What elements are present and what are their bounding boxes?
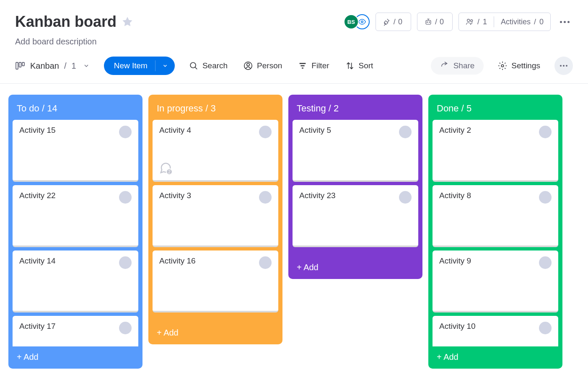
card[interactable]: Activity 17 — [13, 316, 138, 346]
card-title: Activity 15 — [19, 126, 56, 135]
avatar[interactable] — [539, 256, 552, 269]
card-title: Activity 8 — [439, 191, 471, 200]
svg-rect-8 — [22, 62, 24, 66]
column-body[interactable]: Activity 5Activity 23 — [293, 120, 418, 257]
toolbar-more-icon[interactable] — [554, 57, 573, 75]
column-inprogress: In progress / 3 Activity 42Activity 3Act… — [148, 95, 282, 344]
avatar[interactable] — [119, 126, 132, 138]
column-header[interactable]: To do / 14 — [13, 99, 138, 120]
card-title: Activity 14 — [19, 256, 56, 266]
avatar[interactable] — [539, 322, 552, 334]
card-top: Activity 5 — [299, 126, 412, 138]
search-icon — [189, 61, 198, 70]
column-body[interactable]: Activity 2Activity 8Activity 9Activity 1… — [433, 120, 558, 346]
slash: / — [394, 18, 396, 26]
card[interactable]: Activity 23 — [293, 185, 418, 247]
board-area: To do / 14 Activity 15Activity 22Activit… — [0, 84, 588, 377]
svg-point-2 — [427, 22, 428, 23]
card[interactable]: Activity 16 — [153, 251, 278, 313]
card-top: Activity 8 — [439, 191, 552, 204]
activities-label: Activities — [501, 18, 531, 26]
activities-count: 0 — [539, 18, 544, 26]
card[interactable]: Activity 3 — [153, 185, 278, 247]
people-icon — [466, 18, 474, 26]
people-section[interactable]: / 1 — [459, 13, 494, 31]
column-body[interactable]: Activity 42Activity 3Activity 16 — [153, 120, 278, 322]
card[interactable]: Activity 42 — [153, 120, 278, 182]
comment-icon[interactable]: 2 — [159, 162, 172, 174]
column-header[interactable]: Done / 5 — [433, 99, 558, 120]
avatar[interactable] — [259, 126, 272, 138]
avatar[interactable] — [119, 322, 132, 334]
card[interactable]: Activity 5 — [293, 120, 418, 182]
card[interactable]: Activity 15 — [13, 120, 138, 182]
slash: / — [64, 61, 67, 71]
card-title: Activity 3 — [159, 191, 191, 200]
card[interactable]: Activity 22 — [13, 185, 138, 247]
avatar[interactable] — [119, 256, 132, 269]
card-bottom: 2 — [159, 162, 272, 174]
card-top: Activity 3 — [159, 191, 272, 204]
avatar[interactable] — [119, 191, 132, 204]
automations-pill[interactable]: / 0 — [417, 13, 453, 31]
board-description[interactable]: Add board description — [15, 37, 573, 46]
card-top: Activity 9 — [439, 256, 552, 269]
sort-button[interactable]: Sort — [344, 58, 375, 74]
settings-label: Settings — [511, 61, 540, 70]
person-icon — [243, 61, 253, 70]
card[interactable]: Activity 14 — [13, 251, 138, 313]
avatar-group[interactable]: BS — [344, 14, 370, 29]
gear-icon — [498, 61, 507, 70]
card-title: Activity 17 — [19, 322, 56, 331]
avatar[interactable] — [539, 191, 552, 204]
new-item-label: New Item — [104, 61, 155, 70]
kanban-view-icon — [15, 61, 25, 71]
card[interactable]: Activity 2 — [433, 120, 558, 182]
new-item-dropdown[interactable] — [155, 63, 175, 69]
integrations-pill[interactable]: / 0 — [376, 13, 411, 31]
share-label: Share — [453, 61, 475, 70]
add-button[interactable]: + Add — [13, 346, 138, 364]
add-button[interactable]: + Add — [433, 346, 558, 364]
header: Kanban board BS / 0 / 0 — [0, 0, 588, 46]
person-button[interactable]: Person — [242, 58, 284, 74]
view-count: 1 — [72, 61, 76, 71]
search-button[interactable]: Search — [187, 58, 229, 74]
person-label: Person — [257, 61, 282, 70]
avatar[interactable] — [539, 126, 552, 138]
svg-point-12 — [502, 65, 504, 67]
new-item-button[interactable]: New Item — [104, 57, 175, 75]
column-header[interactable]: Testing / 2 — [293, 99, 418, 120]
plug-icon — [383, 18, 391, 26]
column-done: Done / 5 Activity 2Activity 8Activity 9A… — [428, 95, 562, 369]
slash: / — [534, 18, 536, 26]
svg-point-0 — [361, 21, 363, 23]
card-top: Activity 4 — [159, 126, 272, 138]
svg-rect-7 — [19, 62, 21, 67]
card[interactable]: Activity 9 — [433, 251, 558, 313]
activities-section[interactable]: Activities / 0 — [494, 13, 550, 31]
avatar[interactable] — [259, 191, 272, 204]
card-top: Activity 15 — [19, 126, 132, 138]
avatar[interactable] — [259, 256, 272, 269]
avatar[interactable]: BS — [344, 14, 359, 29]
people-activities-pill[interactable]: / 1 Activities / 0 — [458, 13, 551, 31]
avatar[interactable] — [399, 126, 412, 138]
card[interactable]: Activity 8 — [433, 185, 558, 247]
add-button[interactable]: + Add — [293, 257, 418, 275]
board-title[interactable]: Kanban board — [15, 13, 117, 31]
automations-count: 0 — [440, 18, 444, 26]
column-header[interactable]: In progress / 3 — [153, 99, 278, 120]
column-body[interactable]: Activity 15Activity 22Activity 14Activit… — [13, 120, 138, 346]
share-icon — [440, 61, 449, 70]
add-button[interactable]: + Add — [153, 322, 278, 340]
settings-button[interactable]: Settings — [496, 58, 542, 74]
star-icon[interactable] — [122, 16, 133, 28]
avatar[interactable] — [399, 191, 412, 204]
view-selector[interactable]: Kanban / 1 — [13, 58, 91, 73]
comment-count: 2 — [166, 168, 173, 175]
share-button[interactable]: Share — [431, 57, 484, 75]
card[interactable]: Activity 10 — [433, 316, 558, 346]
filter-button[interactable]: Filter — [296, 58, 331, 74]
more-menu-icon[interactable] — [557, 18, 573, 26]
